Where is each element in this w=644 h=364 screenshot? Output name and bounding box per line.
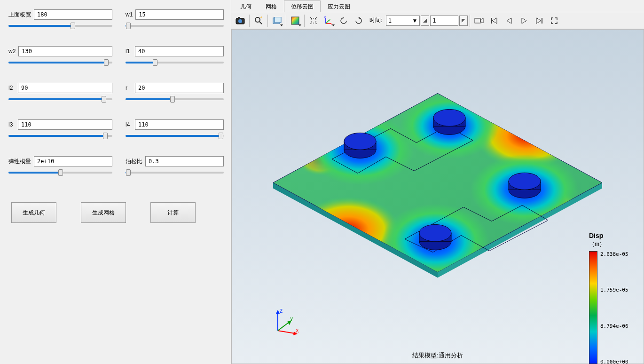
param-elastic-modulus: 弹性模量 xyxy=(8,156,112,176)
svg-rect-17 xyxy=(542,18,542,24)
displacement-contour-model xyxy=(264,79,612,305)
record-button[interactable] xyxy=(472,14,486,28)
param-input-poisson-ratio[interactable] xyxy=(145,156,224,166)
param-input-top-width[interactable] xyxy=(34,9,112,20)
svg-text:Y: Y xyxy=(290,317,293,322)
hide-show-button[interactable] xyxy=(270,14,284,28)
tab-displacement-contour[interactable]: 位移云图 xyxy=(284,0,321,12)
svg-point-34 xyxy=(344,133,376,150)
param-w1: w1 xyxy=(126,9,224,29)
slider-elastic-modulus[interactable] xyxy=(8,169,112,176)
param-label: l3 xyxy=(8,121,15,128)
legend-unit: （m） xyxy=(589,240,632,248)
compute-button[interactable]: 计算 xyxy=(150,202,196,223)
param-label: w1 xyxy=(126,11,133,18)
param-w2: w2 xyxy=(8,46,112,66)
svg-point-37 xyxy=(433,109,465,126)
render-style-button[interactable] xyxy=(288,14,302,28)
coordinate-triad-icon: Z X Y xyxy=(273,307,301,335)
slider-poisson-ratio[interactable] xyxy=(126,169,224,176)
param-top-width: 上面板宽 xyxy=(8,9,112,29)
legend-tick: 0.000e+00 xyxy=(600,359,628,364)
param-label: r xyxy=(126,85,132,91)
param-label: 上面板宽 xyxy=(8,11,31,19)
legend-ticks: 2.638e-05 1.759e-05 8.794e-06 0.000e+00 xyxy=(600,251,628,364)
svg-line-11 xyxy=(326,20,329,24)
legend-title: Disp xyxy=(589,232,632,239)
svg-point-43 xyxy=(419,224,451,241)
slider-r[interactable] xyxy=(126,96,224,103)
slider-l1[interactable] xyxy=(126,59,224,66)
view-tabs: 几何 网格 位移云图 应力云图 xyxy=(231,0,644,12)
time-dropdown[interactable]: 1▼ xyxy=(386,16,420,26)
svg-rect-6 xyxy=(275,17,281,23)
slider-l3[interactable] xyxy=(8,133,112,139)
param-input-w1[interactable] xyxy=(135,9,224,20)
legend-tick: 8.794e-06 xyxy=(600,323,628,329)
viewer-panel: 几何 网格 位移云图 应力云图 zxy 时间: 1▼ xyxy=(231,0,644,364)
rotate-ccw-button[interactable] xyxy=(337,14,351,28)
time-value: 1 xyxy=(388,17,392,24)
svg-text:z: z xyxy=(324,16,326,18)
svg-rect-15 xyxy=(475,18,480,23)
fit-view-button[interactable] xyxy=(306,14,321,28)
svg-text:X: X xyxy=(296,328,299,333)
parameter-panel: 上面板宽 w1 w2 xyxy=(0,0,231,364)
generate-mesh-button[interactable]: 生成网格 xyxy=(81,202,126,223)
step-input[interactable] xyxy=(430,16,458,26)
chevron-down-icon xyxy=(332,24,335,26)
svg-text:y: y xyxy=(329,18,330,21)
svg-rect-8 xyxy=(311,18,316,23)
param-input-l2[interactable] xyxy=(18,83,112,93)
param-r: r xyxy=(126,83,224,103)
svg-point-1 xyxy=(238,19,242,23)
slider-w2[interactable] xyxy=(8,59,112,66)
zoom-extents-button[interactable] xyxy=(251,14,266,28)
viewport-3d[interactable]: Z X Y Disp （m） 2.638e-05 1.759e-05 8.794… xyxy=(231,29,644,364)
param-poisson-ratio: 泊松比 xyxy=(126,156,224,176)
color-legend: Disp （m） 2.638e-05 1.759e-05 8.794e-06 0… xyxy=(589,232,632,364)
param-l1: l1 xyxy=(126,46,224,66)
expand-button[interactable] xyxy=(547,14,561,28)
param-input-w2[interactable] xyxy=(18,46,112,56)
param-label: l2 xyxy=(8,85,15,91)
param-l4: l4 xyxy=(126,119,224,139)
rotate-cw-button[interactable] xyxy=(352,14,366,28)
param-l2: l2 xyxy=(8,83,112,103)
slider-w1[interactable] xyxy=(126,23,224,29)
step-down-button[interactable] xyxy=(421,16,429,26)
first-frame-button[interactable] xyxy=(487,14,501,28)
result-model-label: 结果模型:通用分析 xyxy=(412,351,463,360)
tab-geometry[interactable]: 几何 xyxy=(233,0,259,12)
svg-text:Z: Z xyxy=(280,309,283,314)
prev-frame-button[interactable] xyxy=(502,14,516,28)
slider-l2[interactable] xyxy=(8,96,112,103)
param-input-r[interactable] xyxy=(135,83,224,93)
param-label: 弹性模量 xyxy=(8,158,31,166)
param-l3: l3 xyxy=(8,119,112,139)
tab-stress-contour[interactable]: 应力云图 xyxy=(321,0,357,12)
slider-top-width[interactable] xyxy=(8,23,112,29)
svg-line-48 xyxy=(278,322,289,331)
svg-rect-16 xyxy=(491,18,492,24)
chevron-down-icon xyxy=(280,24,283,26)
legend-gradient xyxy=(589,251,597,364)
param-input-l1[interactable] xyxy=(135,46,224,56)
svg-line-46 xyxy=(278,331,295,333)
legend-tick: 2.638e-05 xyxy=(600,251,628,257)
step-up-button[interactable] xyxy=(459,16,468,26)
last-frame-button[interactable] xyxy=(532,14,546,28)
param-input-l4[interactable] xyxy=(135,119,224,130)
generate-geometry-button[interactable]: 生成几何 xyxy=(11,202,56,223)
svg-line-4 xyxy=(259,22,262,24)
play-button[interactable] xyxy=(517,14,531,28)
svg-rect-2 xyxy=(238,17,240,19)
param-input-elastic-modulus[interactable] xyxy=(34,156,112,166)
tab-mesh[interactable]: 网格 xyxy=(259,0,284,12)
svg-marker-45 xyxy=(276,310,280,314)
slider-l4[interactable] xyxy=(126,133,224,139)
param-input-l3[interactable] xyxy=(18,119,112,130)
svg-point-40 xyxy=(509,173,541,190)
snapshot-button[interactable] xyxy=(233,14,247,28)
axis-view-button[interactable]: zxy xyxy=(322,14,336,28)
